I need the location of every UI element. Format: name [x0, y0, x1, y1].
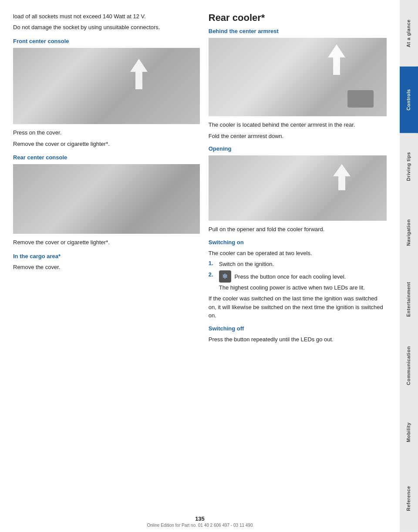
front-console-image [13, 48, 200, 124]
cooler-button-icon [219, 270, 231, 283]
rear-console-image [13, 164, 200, 234]
sidebar-tab-at-a-glance[interactable]: At a glance [400, 0, 418, 67]
behind-armrest-heading: Behind the center armrest [209, 28, 387, 34]
sidebar-tab-at-a-glance-label: At a glance [406, 19, 411, 47]
opening-image [209, 155, 387, 221]
rear-center-console-heading: Rear center console [13, 154, 200, 161]
svg-marker-1 [328, 44, 345, 75]
cargo-area-instruction-1: Remove the cover. [13, 263, 200, 272]
switching-on-body: The cooler can be operated at two levels… [209, 249, 387, 258]
step-1-text: Switch on the ignition. [219, 260, 387, 269]
switching-off-body: Press the button repeatedly until the LE… [209, 335, 387, 344]
sidebar-tab-driving-tips-label: Driving tips [406, 152, 411, 181]
sidebar-tab-communication-label: Communication [406, 346, 411, 385]
sidebar-tab-mobility[interactable]: Mobility [400, 399, 418, 466]
rear-center-console-section: Rear center console Remove the cover or … [13, 154, 200, 247]
switching-on-section: Switching on The cooler can be operated … [209, 239, 387, 320]
switching-on-heading: Switching on [209, 239, 387, 246]
sidebar: At a glance Controls Driving tips Naviga… [400, 0, 418, 532]
armrest-body-2: Fold the center armrest down. [209, 132, 387, 141]
armrest-image [209, 38, 387, 116]
front-center-console-heading: Front center console [13, 38, 200, 44]
page-footer: 135 Online Edition for Part no. 01 40 2 … [0, 515, 400, 528]
intro-text-2: Do not damage the socket by using unsuit… [13, 23, 200, 32]
switching-on-note: If the cooler was switched on the last t… [209, 294, 387, 320]
sidebar-tab-reference[interactable]: Reference [400, 465, 418, 532]
rear-console-instruction-1: Remove the cover or cigarette lighter*. [13, 238, 200, 247]
svg-marker-0 [130, 59, 148, 89]
front-console-instruction-1: Press on the cover. [13, 128, 200, 137]
armrest-body-1: The cooler is located behind the center … [209, 121, 387, 129]
cargo-area-heading: In the cargo area* [13, 253, 200, 259]
page-number: 135 [0, 515, 400, 522]
sidebar-tab-controls-label: Controls [406, 89, 411, 111]
behind-armrest-section: Behind the center armrest The cooler is … [209, 28, 387, 140]
step-1-num: 1. [209, 260, 217, 266]
sidebar-tab-navigation[interactable]: Navigation [400, 199, 418, 266]
front-center-console-section: Front center console Press on the cover.… [13, 38, 200, 148]
footer-text: Online Edition for Part no. 01 40 2 606 … [0, 523, 400, 528]
step-2-text: Press the button once for each cooling l… [219, 271, 387, 292]
left-column: load of all sockets must not exceed 140 … [13, 12, 209, 520]
sidebar-tab-reference-label: Reference [406, 486, 411, 512]
cargo-area-section: In the cargo area* Remove the cover. [13, 253, 200, 272]
step-2-text-content: Press the button once for each cooling l… [219, 273, 365, 291]
sidebar-tab-navigation-label: Navigation [406, 219, 411, 246]
opening-section: Opening Pull on the opener and fold the … [209, 145, 387, 234]
step-1: 1. Switch on the ignition. [209, 260, 387, 269]
intro-text-1: load of all sockets must not exceed 140 … [13, 12, 200, 21]
sidebar-tab-driving-tips[interactable]: Driving tips [400, 133, 418, 200]
sidebar-tab-mobility-label: Mobility [406, 422, 411, 442]
opening-heading: Opening [209, 145, 387, 152]
sidebar-tab-entertainment-label: Entertainment [406, 282, 411, 317]
sidebar-tab-controls[interactable]: Controls [400, 67, 418, 133]
right-column: Rear cooler* Behind the center armrest T… [209, 12, 391, 520]
front-console-instruction-2: Remove the cover or cigarette lighter*. [13, 140, 200, 148]
switching-on-steps: 1. Switch on the ignition. 2. Press the … [209, 260, 387, 292]
opening-body: Pull on the opener and fold the cooler f… [209, 225, 387, 234]
page-title: Rear cooler* [209, 12, 387, 24]
svg-marker-2 [333, 164, 351, 190]
switching-off-heading: Switching off [209, 325, 387, 332]
step-2: 2. Press the button once for each coolin… [209, 271, 387, 292]
step-2-num: 2. [209, 271, 217, 278]
sidebar-tab-entertainment[interactable]: Entertainment [400, 266, 418, 333]
sidebar-tab-communication[interactable]: Communication [400, 333, 418, 399]
switching-off-section: Switching off Press the button repeatedl… [209, 325, 387, 344]
